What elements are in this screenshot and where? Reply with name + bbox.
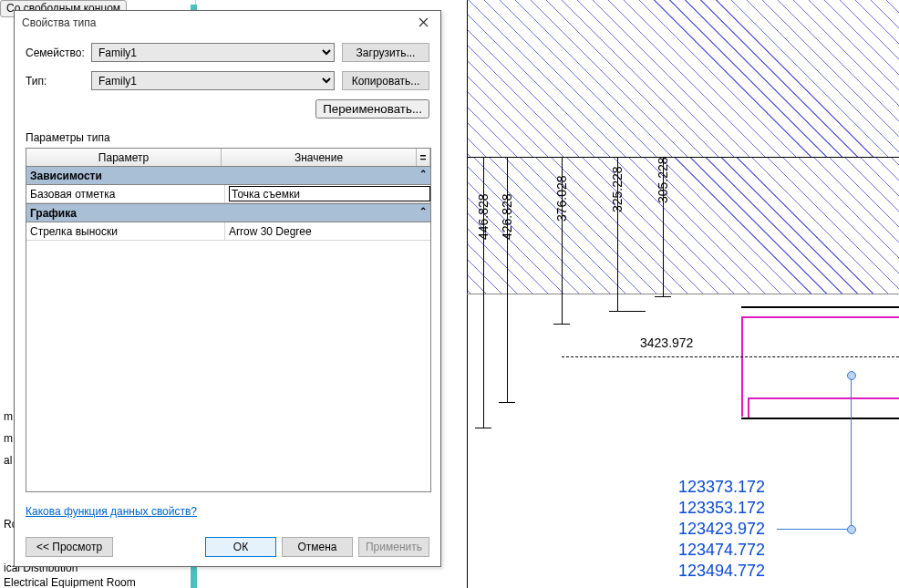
- dim-value: 3423.972: [640, 335, 693, 350]
- chevron-up-icon: ⌃: [419, 206, 427, 216]
- elevation-tag[interactable]: 123423.972: [678, 520, 765, 539]
- center-line: [562, 356, 899, 358]
- header-parameter[interactable]: Параметр: [26, 149, 222, 166]
- params-table: Параметр Значение = Зависимости ⌃ Базова…: [26, 148, 431, 492]
- header-formula[interactable]: =: [417, 149, 430, 166]
- group-graphics[interactable]: Графика ⌃: [26, 203, 430, 222]
- type-select[interactable]: Family1: [91, 71, 335, 90]
- dim-value: 376.028: [554, 175, 569, 222]
- elevation-tag[interactable]: 123373.172: [678, 478, 765, 497]
- room-line: [748, 397, 749, 418]
- dim-tick: [655, 296, 671, 297]
- elevation-tag[interactable]: 123474.772: [678, 541, 765, 560]
- cancel-button[interactable]: Отмена: [282, 537, 353, 557]
- dialog-titlebar[interactable]: Свойства типа: [15, 11, 440, 34]
- type-label: Тип:: [26, 75, 91, 88]
- param-value[interactable]: Arrow 30 Degree: [225, 222, 430, 240]
- dim-tick: [475, 428, 491, 428]
- preview-button[interactable]: << Просмотр: [26, 537, 113, 557]
- elevation-tag[interactable]: 123353.172: [678, 499, 765, 518]
- load-button[interactable]: Загрузить...: [342, 43, 429, 62]
- apply-button[interactable]: Применить: [358, 537, 429, 557]
- ok-button[interactable]: ОК: [205, 537, 276, 557]
- room-line: [741, 316, 899, 318]
- elevation-tag[interactable]: 123494.772: [678, 562, 765, 581]
- close-icon[interactable]: [413, 15, 433, 31]
- family-select[interactable]: Family1: [91, 43, 335, 62]
- family-label: Семейство:: [26, 46, 91, 59]
- room-line: [748, 397, 899, 399]
- dim-tick: [499, 402, 515, 403]
- wall-line: [741, 306, 899, 308]
- grid-line: [467, 294, 899, 294]
- dialog-title: Свойства типа: [22, 16, 413, 29]
- bg-item: m: [4, 410, 13, 423]
- rename-button[interactable]: Переименовать...: [315, 99, 429, 119]
- hatched-fill: [467, 157, 899, 294]
- type-properties-dialog: Свойства типа Семейство: Family1 Загрузи…: [14, 10, 441, 567]
- copy-button[interactable]: Копировать...: [342, 71, 429, 90]
- type-params-label: Параметры типа: [26, 131, 429, 144]
- help-link[interactable]: Какова функция данных свойств?: [26, 505, 197, 518]
- group-label: Графика: [30, 207, 77, 220]
- group-constraints[interactable]: Зависимости ⌃: [26, 166, 430, 185]
- room-line: [741, 316, 743, 417]
- dim-value: 305.228: [656, 157, 670, 203]
- dim-value: 325.228: [610, 166, 625, 212]
- param-name: Стрелка выноски: [26, 222, 225, 240]
- tag-grip[interactable]: [847, 525, 856, 534]
- chevron-up-icon: ⌃: [419, 169, 427, 179]
- param-value-input[interactable]: [229, 186, 430, 201]
- dim-value: 426.828: [500, 193, 514, 240]
- bg-item: Electrical Equipment Room: [4, 576, 136, 588]
- tag-grip[interactable]: [847, 371, 856, 380]
- tag-leader: [777, 529, 852, 530]
- dim-value: 446.828: [476, 193, 491, 240]
- table-row[interactable]: Стрелка выноски Arrow 30 Degree: [26, 222, 430, 241]
- group-label: Зависимости: [30, 170, 102, 182]
- header-value[interactable]: Значение: [222, 149, 417, 166]
- hatched-fill: [467, 0, 899, 157]
- dim-tick: [553, 324, 570, 325]
- param-name: Базовая отметка: [26, 185, 225, 202]
- wall-line: [741, 418, 899, 419]
- bg-item: m: [4, 432, 13, 445]
- tag-leader: [851, 376, 852, 529]
- axis-line: [467, 157, 899, 158]
- dim-tick: [609, 311, 646, 312]
- table-row[interactable]: Базовая отметка: [26, 185, 430, 203]
